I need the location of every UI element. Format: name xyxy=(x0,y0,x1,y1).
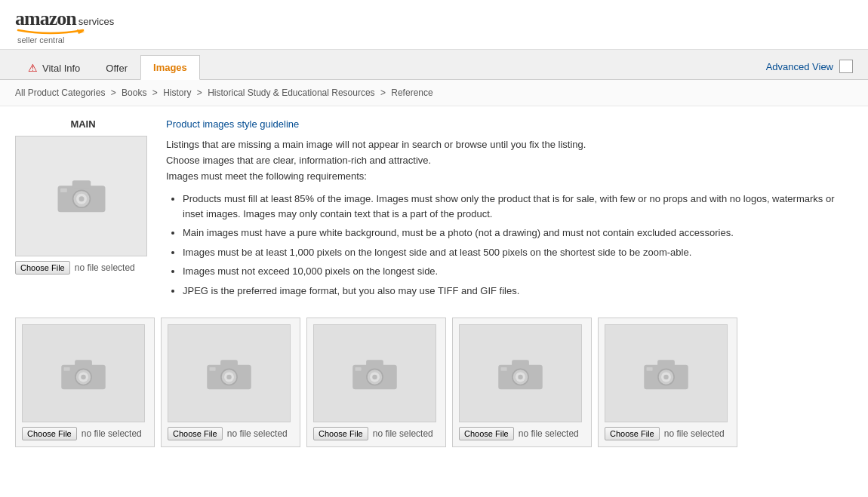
slot-3: Choose File no file selected xyxy=(452,318,592,447)
svg-rect-6 xyxy=(60,189,67,192)
main-content: MAIN Choose File no file selected xyxy=(0,106,868,467)
breadcrumb-item-2: History xyxy=(163,87,191,98)
advanced-view-toggle[interactable]: Advanced View xyxy=(766,54,853,79)
tab-offer[interactable]: Offer xyxy=(93,56,140,80)
guidelines-section: Product images style guideline Listings … xyxy=(166,118,853,302)
slot-2: Choose File no file selected xyxy=(306,318,446,447)
breadcrumb-sep-1: > xyxy=(152,87,160,98)
main-choose-file-button[interactable]: Choose File xyxy=(15,261,70,275)
svg-point-23 xyxy=(372,375,377,380)
svg-point-17 xyxy=(226,375,232,380)
main-upload-section: MAIN Choose File no file selected xyxy=(15,118,151,302)
slot-0-no-file-text: no file selected xyxy=(82,428,142,439)
breadcrumb-item-1: Books xyxy=(122,87,146,98)
slot-3-no-file-text: no file selected xyxy=(519,428,579,439)
svg-point-11 xyxy=(81,375,86,380)
req-item-1: Main images must have a pure white backg… xyxy=(183,225,853,241)
content-inner: MAIN Choose File no file selected xyxy=(15,118,853,302)
svg-rect-20 xyxy=(366,360,383,368)
svg-point-29 xyxy=(518,375,523,380)
slot-1-no-file-text: no file selected xyxy=(227,428,288,439)
req-item-4: JPEG is the preferred image format, but … xyxy=(183,284,853,299)
header: amazon services seller central xyxy=(0,0,868,50)
tab-offer-label: Offer xyxy=(106,63,128,74)
req-item-3: Images must not exceed 10,000 pixels on … xyxy=(183,264,853,279)
tabs-bar: ⚠ Vital Info Offer Images Advanced View xyxy=(0,50,868,80)
slot-4-no-file-text: no file selected xyxy=(664,428,725,439)
breadcrumb-item-3: Historical Study & Educational Resources xyxy=(208,87,374,98)
intro-line-2: Choose images that are clear, informatio… xyxy=(166,155,431,166)
svg-point-35 xyxy=(663,375,669,380)
logo-services: services xyxy=(78,16,115,27)
svg-rect-18 xyxy=(210,367,216,371)
logo-amazon: amazon xyxy=(15,8,76,30)
slot-3-image-box xyxy=(459,324,582,422)
slot-4-file-row: Choose File no file selected xyxy=(605,427,731,440)
extra-slots: Choose File no file selected Choose File… xyxy=(15,318,853,455)
advanced-view-checkbox[interactable] xyxy=(839,60,853,73)
slot-1: Choose File no file selected xyxy=(161,318,300,447)
slot-4-image-box xyxy=(605,324,728,422)
svg-rect-2 xyxy=(72,180,91,189)
logo-smile-icon xyxy=(17,29,85,35)
breadcrumb-sep-3: > xyxy=(380,87,388,98)
breadcrumb-sep-0: > xyxy=(111,87,119,98)
slot-0-file-row: Choose File no file selected xyxy=(22,427,148,440)
slot-4: Choose File no file selected xyxy=(598,318,737,447)
svg-point-5 xyxy=(78,196,84,201)
breadcrumb-item-4: Reference xyxy=(391,87,432,98)
slot-0-image-box xyxy=(22,324,145,422)
guideline-link[interactable]: Product images style guideline xyxy=(166,118,853,130)
intro-line-3: Images must meet the following requireme… xyxy=(166,170,367,182)
main-file-input-row: Choose File no file selected xyxy=(15,261,151,275)
main-image-box xyxy=(15,136,147,256)
slot-1-choose-file-button[interactable]: Choose File xyxy=(168,427,223,440)
tab-images[interactable]: Images xyxy=(140,55,200,80)
svg-rect-32 xyxy=(657,360,675,368)
slot-2-choose-file-button[interactable]: Choose File xyxy=(313,427,368,440)
slot-0-choose-file-button[interactable]: Choose File xyxy=(22,427,77,440)
tab-images-label: Images xyxy=(153,62,187,73)
breadcrumb: All Product Categories > Books > History… xyxy=(0,80,868,106)
svg-rect-26 xyxy=(512,360,529,368)
logo: amazon services seller central xyxy=(15,8,853,44)
slot-4-choose-file-button[interactable]: Choose File xyxy=(605,427,660,440)
slot-2-file-row: Choose File no file selected xyxy=(313,427,439,440)
intro-line-1: Listings that are missing a main image w… xyxy=(166,139,586,150)
requirements-list: Products must fill at least 85% of the i… xyxy=(166,192,853,298)
main-no-file-text: no file selected xyxy=(75,262,135,273)
tab-vital-info-label: Vital Info xyxy=(42,63,80,74)
slot-1-image-box xyxy=(168,324,291,422)
svg-rect-30 xyxy=(501,367,507,371)
tab-vital-info[interactable]: ⚠ Vital Info xyxy=(15,55,93,80)
main-label: MAIN xyxy=(15,118,151,130)
svg-rect-14 xyxy=(220,360,238,368)
svg-rect-36 xyxy=(647,367,653,371)
advanced-view-label: Advanced View xyxy=(766,61,833,72)
slot-0: Choose File no file selected xyxy=(15,318,155,447)
slot-3-file-row: Choose File no file selected xyxy=(459,427,585,440)
guideline-intro: Listings that are missing a main image w… xyxy=(166,137,853,184)
slot-1-file-row: Choose File no file selected xyxy=(168,427,294,440)
logo-subtitle: seller central xyxy=(17,35,64,44)
breadcrumb-sep-2: > xyxy=(197,87,205,98)
svg-rect-24 xyxy=(356,367,362,371)
warning-icon: ⚠ xyxy=(28,62,38,74)
slot-2-no-file-text: no file selected xyxy=(373,428,433,439)
slot-2-image-box xyxy=(313,324,436,422)
req-item-2: Images must be at least 1,000 pixels on … xyxy=(183,245,853,260)
svg-rect-12 xyxy=(64,367,70,371)
camera-icon xyxy=(55,174,108,218)
svg-rect-8 xyxy=(75,360,92,368)
req-item-0: Products must fill at least 85% of the i… xyxy=(183,192,853,221)
breadcrumb-item-0: All Product Categories xyxy=(15,87,105,98)
slot-3-choose-file-button[interactable]: Choose File xyxy=(459,427,514,440)
